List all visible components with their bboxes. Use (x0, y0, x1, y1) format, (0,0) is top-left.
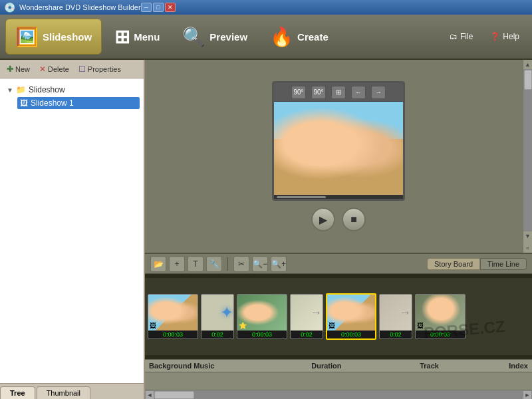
top-toolbar: 🖼️ Slideshow ⊞ Menu 🔍 Preview 🔥 Create 🗂… (0, 15, 532, 60)
bottom-scrollbar[interactable]: ◄ ► (145, 390, 532, 399)
scroll-thumb[interactable] (524, 70, 532, 90)
menu-button[interactable]: ⊞ Menu (104, 19, 170, 55)
tree-children: 🖼 Slideshow 1 (17, 97, 140, 109)
film-icon-3: ⭐ (239, 322, 247, 329)
create-button[interactable]: 🔥 Create (260, 19, 338, 55)
prev-button[interactable]: ← (351, 86, 366, 99)
film-duration-1: 0:00:03 (148, 331, 198, 338)
new-button[interactable]: ✚ New (4, 63, 33, 75)
preview-area: 90° 90° ⊞ ← → (145, 60, 532, 253)
scroll-track (523, 69, 533, 231)
film-duration-5: 0:00:03 (327, 331, 375, 338)
next-button[interactable]: → (371, 86, 386, 99)
storyboard-view-button[interactable]: Story Board (427, 258, 480, 270)
col-index: Index (474, 362, 528, 370)
slideshow1-icon: 🖼 (20, 98, 28, 108)
film-item-1[interactable]: 🖼 0:00:03 (148, 294, 198, 339)
scroll-left-arrow[interactable]: ◄ (145, 390, 154, 400)
rotate-right-button[interactable]: 90° (311, 86, 326, 99)
tree-item-slideshow[interactable]: ▼ 📁 Slideshow (4, 84, 140, 96)
rotate-left-icon: 90° (293, 88, 303, 96)
zoom-in-button[interactable]: 🔍+ (271, 256, 287, 272)
delete-icon: ✕ (39, 65, 46, 74)
prev-icon: ← (355, 88, 362, 96)
right-panel: 90° 90° ⊞ ← → (145, 60, 532, 399)
next-icon: → (375, 88, 382, 96)
scroll-right-arrow[interactable]: ► (523, 390, 532, 400)
help-icon: ❓ (490, 32, 500, 41)
stop-button[interactable]: ■ (342, 207, 366, 231)
fit-button[interactable]: ⊞ (331, 86, 346, 99)
col-background-music: Background Music (149, 362, 311, 370)
film-thumb-6: → (380, 295, 412, 331)
left-toolbar: ✚ New ✕ Delete ☐ Properties (0, 60, 144, 78)
preview-container: 90° 90° ⊞ ← → (272, 81, 405, 231)
file-icon: 🗂 (450, 32, 458, 41)
add-photo-button[interactable]: + (169, 256, 185, 272)
properties-button[interactable]: ☐ Properties (76, 63, 124, 75)
main-content: ✚ New ✕ Delete ☐ Properties ▼ 📁 Slidesho… (0, 60, 532, 399)
photo-image (274, 102, 405, 195)
minimize-button[interactable]: ─ (141, 3, 152, 12)
add-icon: ✚ (7, 65, 13, 74)
scroll-up-arrow[interactable]: ▲ (523, 60, 533, 69)
col-duration: Duration (311, 362, 420, 370)
slideshow-button[interactable]: 🖼️ Slideshow (5, 19, 102, 55)
delete-button[interactable]: ✕ Delete (37, 63, 72, 75)
film-thumb-7: 🖼 (416, 295, 466, 331)
film-duration-2: 0:02 (201, 331, 233, 338)
film-item-7[interactable]: 🖼 0:00:03 (415, 294, 466, 339)
film-duration-3: 0:00:03 (237, 331, 287, 338)
tree-area: ▼ 📁 Slideshow 🖼 Slideshow 1 (0, 78, 144, 383)
film-icon-1: 🖼 (150, 322, 156, 329)
film-item-5[interactable]: 🖼 0:00:03 (326, 293, 376, 340)
window-controls: ─ □ ✕ (141, 3, 176, 12)
maximize-button[interactable]: □ (153, 3, 164, 12)
timeline-view-button[interactable]: Time Line (480, 258, 527, 270)
scroll-down-arrow[interactable]: ▼ (523, 231, 533, 241)
preview-button[interactable]: 🔍 Preview (172, 19, 257, 55)
effects-icon: 🔧 (209, 259, 219, 269)
horizontal-thumb[interactable] (154, 391, 194, 399)
rotate-left-button[interactable]: 90° (291, 86, 306, 99)
zoom-out-icon: 🔍− (253, 259, 267, 269)
menu-icon: ⊞ (114, 26, 130, 48)
film-item-2[interactable]: 0:02 (201, 294, 234, 339)
progress-bar (277, 196, 326, 198)
play-button[interactable]: ▶ (311, 207, 335, 231)
collapse-panel-button[interactable]: « (523, 243, 533, 253)
trim-icon: ✂ (238, 259, 245, 269)
film-duration-7: 0:00:03 (416, 331, 465, 338)
toolbar-separator (227, 257, 228, 271)
close-button[interactable]: ✕ (165, 3, 176, 12)
slideshow-folder-icon: 📁 (16, 85, 26, 94)
zoom-out-button[interactable]: 🔍− (252, 256, 268, 272)
film-thumb-5: 🖼 (327, 295, 376, 331)
trim-button[interactable]: ✂ (233, 256, 249, 272)
tab-thumbnail[interactable]: Thumbnail (37, 386, 90, 399)
zoom-in-icon: 🔍+ (271, 259, 286, 269)
film-item-3[interactable]: ⭐ 0:00:03 (237, 294, 287, 339)
text-button[interactable]: T (188, 256, 203, 272)
view-buttons: Story Board Time Line (427, 258, 527, 270)
effects-button[interactable]: 🔧 (206, 256, 222, 272)
help-button[interactable]: ❓ Help (483, 29, 527, 45)
photo-progress (274, 195, 403, 199)
film-duration-4: 0:02 (291, 331, 323, 338)
file-help-area: 🗂 File ❓ Help (442, 29, 527, 45)
film-thumb-1: 🖼 (148, 295, 198, 331)
tab-tree[interactable]: Tree (0, 386, 35, 399)
tree-item-slideshow1[interactable]: 🖼 Slideshow 1 (17, 97, 140, 109)
photo-viewer: 90° 90° ⊞ ← → (272, 81, 405, 201)
add-media-button[interactable]: 📂 (150, 256, 166, 272)
film-item-4[interactable]: → 0:02 (290, 294, 323, 339)
file-button[interactable]: 🗂 File (442, 29, 480, 45)
photo-viewer-toolbar: 90° 90° ⊞ ← → (274, 83, 403, 102)
left-panel: ✚ New ✕ Delete ☐ Properties ▼ 📁 Slidesho… (0, 60, 145, 399)
add-media-icon: 📂 (154, 259, 164, 269)
film-item-6[interactable]: → 0:02 (379, 294, 412, 339)
film-icon-7: 🖼 (417, 322, 424, 329)
film-thumb-3: ⭐ (237, 295, 287, 331)
stop-icon: ■ (350, 213, 357, 225)
horizontal-track (154, 390, 523, 400)
